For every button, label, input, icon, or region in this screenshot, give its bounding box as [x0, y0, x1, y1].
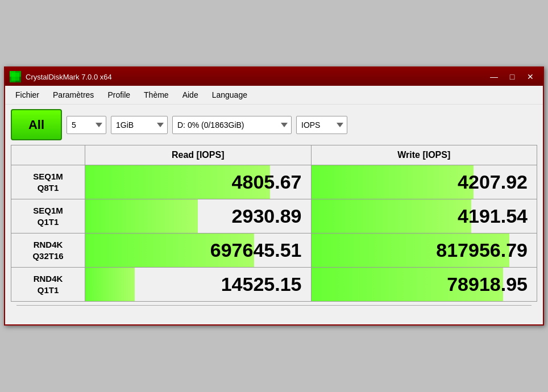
title-bar-left: CrystalDiskMark 7.0.0 x64	[10, 71, 112, 82]
read-value-2: 697645.51	[85, 233, 312, 268]
all-button[interactable]: All	[11, 109, 62, 140]
header-read: Read [IOPS]	[85, 145, 312, 165]
write-value-1: 4191.54	[311, 199, 537, 233]
title-controls: — □ ✕	[486, 71, 538, 82]
title-bar: CrystalDiskMark 7.0.0 x64 — □ ✕	[5, 68, 543, 86]
drive-select[interactable]: D: 0% (0/1863GiB)	[172, 116, 292, 134]
table-row: RND4KQ1T1 14525.15 78918.95	[11, 268, 537, 302]
write-value-2: 817956.79	[311, 233, 537, 268]
row-label-1: SEQ1MQ1T1	[11, 199, 85, 233]
menu-item-language[interactable]: Language	[206, 88, 253, 102]
maximize-button[interactable]: □	[504, 71, 520, 82]
read-value-1: 2930.89	[85, 199, 312, 233]
menu-item-paramètres[interactable]: Paramètres	[47, 88, 99, 102]
count-select[interactable]: 5 3 1 9	[67, 116, 106, 134]
minimize-button[interactable]: —	[486, 71, 502, 82]
write-value-0: 4207.92	[311, 165, 537, 199]
row-label-3: RND4KQ1T1	[11, 268, 85, 302]
header-write: Write [IOPS]	[311, 145, 537, 165]
row-label-2: RND4KQ32T16	[11, 233, 85, 268]
toolbar: All 5 3 1 9 1GiB 512MiB 256MiB D: 0% (0/…	[5, 105, 543, 145]
close-button[interactable]: ✕	[522, 71, 538, 82]
main-content: Read [IOPS] Write [IOPS] SEQ1MQ8T1 4805.…	[5, 145, 543, 324]
size-select[interactable]: 1GiB 512MiB 256MiB	[111, 116, 168, 134]
write-value-3: 78918.95	[311, 268, 537, 302]
read-value-0: 4805.67	[85, 165, 312, 199]
app-window: CrystalDiskMark 7.0.0 x64 — □ ✕ FichierP…	[4, 66, 544, 326]
header-empty	[11, 145, 85, 165]
menu-item-fichier[interactable]: Fichier	[10, 88, 45, 102]
status-bar	[16, 305, 532, 319]
table-row: SEQ1MQ8T1 4805.67 4207.92	[11, 165, 537, 199]
menu-item-aide[interactable]: Aide	[177, 88, 204, 102]
row-label-0: SEQ1MQ8T1	[11, 165, 85, 199]
table-row: SEQ1MQ1T1 2930.89 4191.54	[11, 199, 537, 233]
table-row: RND4KQ32T16 697645.51 817956.79	[11, 233, 537, 268]
read-value-3: 14525.15	[85, 268, 312, 302]
svg-rect-4	[11, 73, 19, 81]
menu-bar: FichierParamètresProfileThèmeAideLanguag…	[5, 86, 543, 105]
results-table: Read [IOPS] Write [IOPS] SEQ1MQ8T1 4805.…	[11, 145, 537, 302]
menu-item-profile[interactable]: Profile	[102, 88, 136, 102]
table-header-row: Read [IOPS] Write [IOPS]	[11, 145, 537, 165]
menu-item-thème[interactable]: Thème	[138, 88, 175, 102]
app-icon	[10, 71, 21, 82]
window-title: CrystalDiskMark 7.0.0 x64	[26, 73, 112, 81]
mode-select[interactable]: IOPS MB/s μs	[296, 116, 347, 134]
